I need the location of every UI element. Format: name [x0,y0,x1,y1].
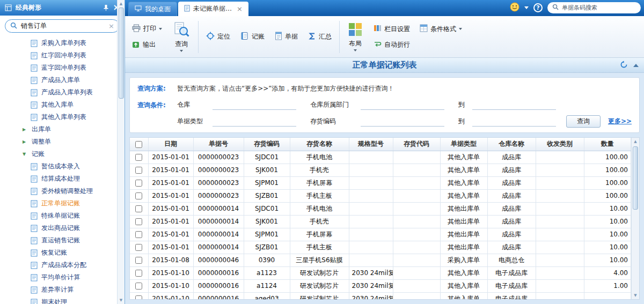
more-link[interactable]: 更多>> [608,117,632,126]
row-checkbox[interactable] [135,244,142,251]
doc-button[interactable]: 单据 [272,31,301,43]
query-button[interactable]: 查询 [566,115,601,128]
tree-item[interactable]: 发出商品记账 [0,222,125,234]
warehouse-dept-input[interactable] [361,101,444,110]
row-checkbox[interactable] [135,295,142,299]
chevron-down-icon[interactable] [354,49,357,51]
table-row[interactable]: 2015-01-010000000023SJZB01手机主板其他入库单成品库10… [130,189,631,202]
warehouse-dept-to-input[interactable] [472,101,556,110]
row-checkbox[interactable] [135,231,142,238]
tree-item[interactable]: ▼记账 [0,148,125,160]
row-checkbox[interactable] [135,154,142,161]
pin-icon[interactable] [103,4,109,11]
chevron-down-icon[interactable] [524,6,529,9]
tree-item[interactable]: 其他入库单 [0,99,125,111]
scroll-up-icon[interactable]: ▲ [634,138,636,145]
row-checkbox[interactable] [135,180,142,187]
inv-code-to-input[interactable] [472,117,556,127]
tree-item[interactable]: 产成品入库单列表 [0,86,125,99]
tree-item[interactable]: 委外核销调整处理 [0,185,125,197]
table-row[interactable]: 2015-01-100000000016aqed03研发试制芯片2030 24m… [130,292,631,299]
table-row[interactable]: 2015-01-010000000023SJDC01手机电池其他入库单成品库10… [130,151,631,164]
column-header[interactable]: 规格型号 [349,138,393,151]
sidebar-scrollbar[interactable]: ▲ ▼ [117,0,125,304]
collapse-panel-icon[interactable] [633,64,639,67]
help-icon[interactable]: ? [533,3,543,12]
column-header[interactable]: 存货编码 [244,138,290,151]
tree-item[interactable]: ▶出库单 [0,123,125,136]
scrollbar-thumb[interactable] [633,146,638,210]
tab-unbooked-docs[interactable]: 未记账单据… × [178,2,248,16]
clear-search-icon[interactable]: × [108,22,114,30]
table-row[interactable]: 2015-01-010000000014SJZB01手机主板其他出库单成品库10… [130,241,631,254]
chevron-down-icon[interactable] [159,28,162,30]
row-checkbox[interactable] [135,257,142,264]
tree-item[interactable]: 恢复记账 [0,247,125,259]
column-header[interactable]: 数量 [584,138,631,151]
tree-item[interactable]: 蓝字回冲单列表 [0,62,125,74]
export-button[interactable]: 输出 [129,39,165,51]
column-header[interactable]: 日期 [148,138,193,151]
sidebar-search-input[interactable]: 销售订单 × [5,19,120,33]
table-scrollbar[interactable]: ▲ ▼ [631,138,639,299]
chevron-down-icon[interactable] [180,50,183,52]
row-checkbox[interactable] [135,270,142,277]
expand-icon[interactable]: ▶ [23,139,28,144]
print-button[interactable]: 打印 [129,23,165,35]
inv-code-input[interactable] [361,117,444,127]
table-row[interactable]: 2015-01-0800000000460390三星手机S6贴膜采购入库单电商总… [130,254,631,266]
conditional-format-button[interactable]: 条件格式 [417,23,465,35]
tab-my-desktop[interactable]: 我的桌面 [128,2,177,16]
row-checkbox[interactable] [135,218,142,225]
table-row[interactable]: 2015-01-010000000023SJK001手机壳其他入库单成品库100… [130,164,631,176]
scroll-down-icon[interactable]: ▼ [634,292,636,299]
auto-wrap-button[interactable]: 自动折行 [371,39,413,50]
barcode-search-input[interactable]: 单据条码搜索 [547,2,641,13]
summary-button[interactable]: 汇总 [305,31,334,43]
row-checkbox[interactable] [135,205,142,212]
tree-item[interactable]: 产成品入库单 [0,74,125,86]
column-settings-button[interactable]: 栏目设置 [371,23,413,35]
tree-item[interactable]: 差异率计算 [0,284,125,296]
tab-close-icon[interactable]: × [237,5,243,12]
tree-item[interactable]: 结算成本处理 [0,173,125,185]
expand-icon[interactable]: ▶ [23,127,28,132]
column-header[interactable]: 收发类别 [536,138,584,151]
doc-type-input[interactable] [213,117,296,127]
locate-button[interactable]: 定位 [203,31,233,43]
book-button[interactable]: 记账 [238,31,267,43]
table-row[interactable]: 2015-01-010000000014SJK001手机壳其他出库单成品库10.… [130,215,631,228]
row-checkbox[interactable] [135,192,142,199]
refresh-icon[interactable] [620,61,628,70]
scroll-down-icon[interactable]: ▼ [120,296,122,304]
tree-item[interactable]: 期末处理 [0,296,125,304]
tree-item[interactable]: 红字回冲单列表 [0,49,125,62]
tree-item[interactable]: 采购入库单列表 [0,37,125,49]
tree-item[interactable]: ▶调整单 [0,136,125,148]
tree-item[interactable]: 其他入库单列表 [0,111,125,123]
table-row[interactable]: 2015-01-010000000014SJDC01手机电池其他出库单成品库10… [130,202,631,215]
table-row[interactable]: 2015-01-010000000023SJPM01手机屏幕其他入库单成品库10… [130,176,631,189]
select-all-checkbox[interactable] [135,141,142,148]
table-row[interactable]: 2015-01-100000000016a1124研发试制芯片2030 24mi… [130,279,631,292]
column-header[interactable]: 存货名称 [290,138,349,151]
column-header[interactable]: 单据号 [193,138,244,151]
query-button-big[interactable]: 查询 [170,21,193,53]
row-checkbox[interactable] [135,283,142,290]
table-row[interactable]: 2015-01-010000000014SJPM01手机屏幕其他出库单成品库10… [130,228,631,241]
column-header[interactable]: 存货代码 [393,138,440,151]
emoticon-icon[interactable] [510,2,519,13]
collapse-icon[interactable]: ▼ [23,152,28,157]
tree-item[interactable]: 特殊单据记账 [0,210,125,222]
warehouse-input[interactable] [213,101,296,110]
tree-item[interactable]: 正常单据记账 [0,197,125,210]
layout-button[interactable]: 布局 [345,21,366,53]
scrollbar-thumb[interactable] [119,8,124,99]
column-header[interactable]: 仓库名称 [487,138,536,151]
scroll-up-icon[interactable]: ▲ [120,0,122,8]
tree-item[interactable]: 暂估成本录入 [0,160,125,173]
table-row[interactable]: 2015-01-100000000016a1123研发试制芯片2030 24mi… [130,266,631,279]
tree-item[interactable]: 直运销售记账 [0,234,125,247]
row-checkbox[interactable] [135,167,142,174]
tree-item[interactable]: 平均单价计算 [0,271,125,284]
